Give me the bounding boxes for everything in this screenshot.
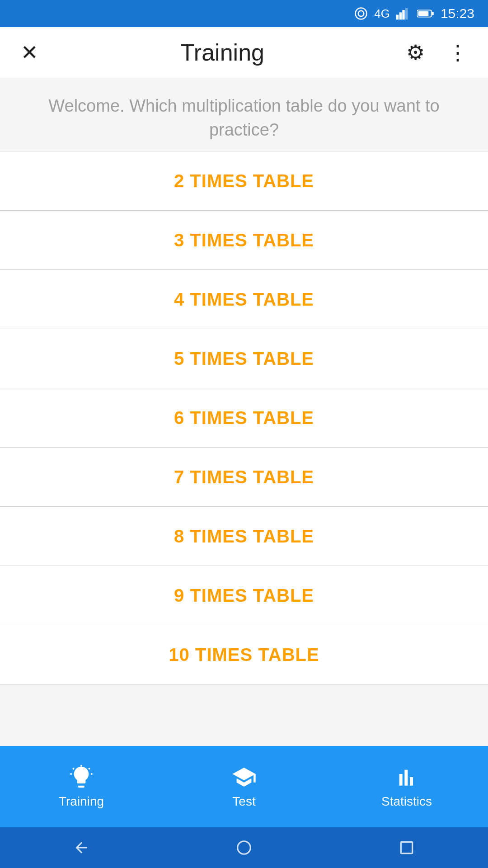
tab-statistics[interactable]: Statistics bbox=[325, 757, 488, 816]
svg-rect-7 bbox=[432, 12, 434, 15]
recents-button[interactable] bbox=[394, 835, 420, 861]
list-item[interactable]: 8 TIMES TABLE bbox=[0, 507, 488, 566]
table-item-label: 10 TIMES TABLE bbox=[169, 645, 319, 665]
svg-rect-2 bbox=[396, 15, 399, 20]
network-icon: 4G bbox=[374, 7, 390, 21]
list-item[interactable]: 10 TIMES TABLE bbox=[0, 625, 488, 684]
table-item-label: 5 TIMES TABLE bbox=[174, 349, 314, 369]
svg-rect-5 bbox=[405, 8, 408, 19]
list-item[interactable]: 3 TIMES TABLE bbox=[0, 211, 488, 269]
training-icon bbox=[69, 764, 94, 790]
more-icon: ⋮ bbox=[447, 40, 467, 65]
training-tab-label: Training bbox=[59, 794, 104, 809]
home-icon bbox=[235, 839, 253, 856]
table-list: 2 TIMES TABLE 3 TIMES TABLE 4 TIMES TABL… bbox=[0, 151, 488, 684]
status-time: 15:23 bbox=[441, 6, 474, 21]
recents-icon bbox=[398, 839, 415, 856]
svg-rect-4 bbox=[402, 10, 404, 19]
tab-test[interactable]: Test bbox=[163, 757, 325, 816]
tab-training[interactable]: Training bbox=[0, 757, 163, 816]
list-item[interactable]: 5 TIMES TABLE bbox=[0, 329, 488, 388]
back-icon bbox=[73, 839, 90, 856]
list-item[interactable]: 6 TIMES TABLE bbox=[0, 388, 488, 447]
bottom-nav: Training Test Statistics bbox=[0, 746, 488, 827]
welcome-text: Welcome. Which multiplication table do y… bbox=[0, 78, 488, 151]
svg-line-11 bbox=[89, 768, 89, 769]
svg-point-0 bbox=[356, 8, 367, 19]
table-item-label: 4 TIMES TABLE bbox=[174, 289, 314, 310]
signal-icon bbox=[396, 7, 411, 20]
more-menu-button[interactable]: ⋮ bbox=[443, 36, 472, 69]
home-button[interactable] bbox=[231, 835, 257, 861]
table-item-label: 7 TIMES TABLE bbox=[174, 467, 314, 487]
svg-point-1 bbox=[358, 11, 364, 17]
test-icon bbox=[231, 764, 257, 790]
list-item[interactable]: 9 TIMES TABLE bbox=[0, 566, 488, 625]
svg-rect-15 bbox=[401, 842, 412, 853]
status-bar: 4G 15:23 bbox=[0, 0, 488, 27]
main-content: Welcome. Which multiplication table do y… bbox=[0, 78, 488, 746]
divider-9 bbox=[0, 684, 488, 684]
back-button[interactable] bbox=[68, 835, 94, 861]
status-icons: 4G 15:23 bbox=[354, 6, 474, 21]
table-item-label: 6 TIMES TABLE bbox=[174, 408, 314, 428]
svg-line-10 bbox=[73, 768, 74, 769]
close-icon: ✕ bbox=[21, 40, 38, 65]
dnd-icon bbox=[354, 7, 368, 20]
battery-icon bbox=[417, 8, 434, 19]
svg-rect-8 bbox=[418, 11, 428, 16]
list-item[interactable]: 4 TIMES TABLE bbox=[0, 270, 488, 329]
table-item-label: 2 TIMES TABLE bbox=[174, 171, 314, 191]
table-item-label: 8 TIMES TABLE bbox=[174, 526, 314, 547]
statistics-icon bbox=[394, 764, 419, 790]
list-item[interactable]: 2 TIMES TABLE bbox=[0, 151, 488, 210]
settings-icon: ⚙ bbox=[406, 40, 425, 65]
close-button[interactable]: ✕ bbox=[16, 36, 43, 69]
table-item-label: 9 TIMES TABLE bbox=[174, 585, 314, 606]
test-tab-label: Test bbox=[232, 794, 255, 809]
system-nav-bar bbox=[0, 827, 488, 868]
list-item[interactable]: 7 TIMES TABLE bbox=[0, 448, 488, 506]
statistics-tab-label: Statistics bbox=[381, 794, 432, 809]
app-bar: ✕ Training ⚙ ⋮ bbox=[0, 27, 488, 78]
table-item-label: 3 TIMES TABLE bbox=[174, 230, 314, 250]
svg-point-14 bbox=[238, 841, 251, 854]
settings-button[interactable]: ⚙ bbox=[402, 36, 429, 69]
page-title: Training bbox=[180, 39, 264, 66]
svg-rect-3 bbox=[399, 12, 402, 19]
app-bar-actions: ⚙ ⋮ bbox=[402, 36, 472, 69]
